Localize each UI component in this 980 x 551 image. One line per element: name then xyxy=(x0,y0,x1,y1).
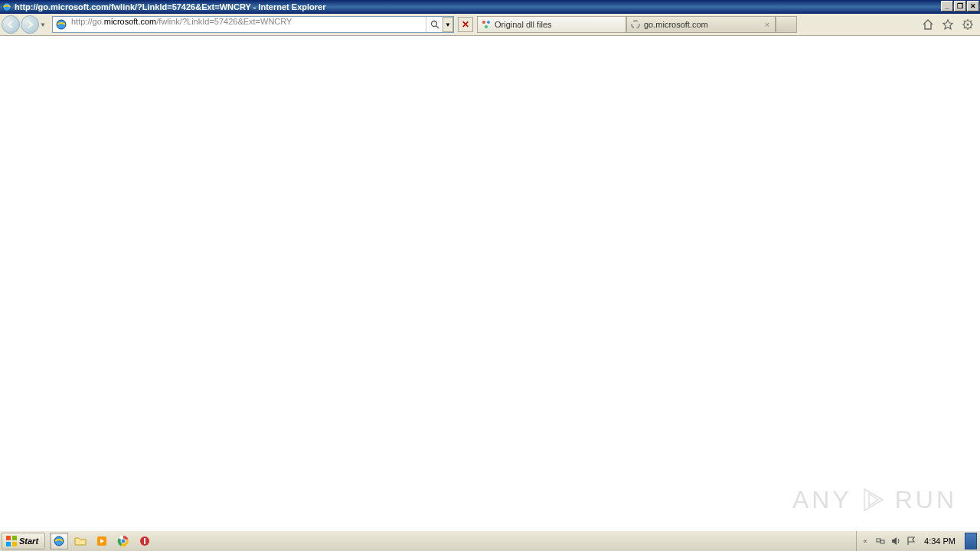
nav-buttons: ▼ xyxy=(2,15,47,34)
maximize-button[interactable]: ❐ xyxy=(954,1,966,11)
close-button[interactable]: ✕ xyxy=(967,1,979,11)
folder-icon xyxy=(74,535,87,547)
svg-rect-20 xyxy=(877,539,880,542)
svg-point-17 xyxy=(121,539,126,543)
svg-point-9 xyxy=(967,24,969,26)
svg-point-2 xyxy=(431,21,436,27)
back-button[interactable] xyxy=(2,15,20,34)
svg-point-5 xyxy=(487,21,490,24)
tabs: Original dll files go.microsoft.com × xyxy=(477,16,797,33)
home-icon[interactable] xyxy=(922,18,934,31)
tab-original-dll[interactable]: Original dll files xyxy=(477,16,626,33)
systray-flag-icon[interactable] xyxy=(906,536,916,546)
taskbar-app-red[interactable] xyxy=(136,533,154,549)
svg-line-3 xyxy=(436,26,439,28)
tools-icon[interactable] xyxy=(962,18,974,31)
taskbar-explorer[interactable] xyxy=(71,533,90,549)
media-icon xyxy=(96,535,108,547)
taskbar-chrome[interactable] xyxy=(114,533,132,549)
ie-icon xyxy=(53,535,65,547)
clock[interactable]: 4:34 PM xyxy=(921,536,959,546)
windows-logo-icon xyxy=(5,535,18,547)
nav-history-dropdown[interactable]: ▼ xyxy=(40,21,47,28)
svg-point-7 xyxy=(632,21,639,28)
window-title: http://go.microsoft.com/fwlink/?LinkId=5… xyxy=(15,2,941,11)
new-tab-button[interactable] xyxy=(776,16,797,33)
svg-rect-19 xyxy=(144,538,145,544)
address-bar[interactable]: http://go.microsoft.com/fwlink/?LinkId=5… xyxy=(52,16,454,33)
page-content: ANY RUN xyxy=(0,36,980,530)
address-dropdown[interactable]: ▼ xyxy=(443,17,453,32)
start-label: Start xyxy=(19,536,38,546)
svg-point-6 xyxy=(485,25,488,28)
search-button[interactable] xyxy=(426,17,443,32)
ie-page-icon xyxy=(55,18,67,31)
show-desktop-button[interactable] xyxy=(965,533,977,549)
address-input[interactable]: http://go.microsoft.com/fwlink/?LinkId=5… xyxy=(70,17,426,32)
stop-button[interactable]: ✕ xyxy=(458,17,473,32)
minimize-button[interactable]: _ xyxy=(941,1,953,11)
tab-label: go.microsoft.com xyxy=(644,20,760,29)
svg-rect-11 xyxy=(12,536,17,540)
taskbar-media[interactable] xyxy=(93,533,111,549)
svg-rect-21 xyxy=(880,540,884,543)
svg-point-4 xyxy=(482,21,485,24)
systray-volume-icon[interactable] xyxy=(890,536,901,546)
toolbar: ▼ http://go.microsoft.com/fwlink/?LinkId… xyxy=(0,14,980,36)
svg-rect-13 xyxy=(12,542,17,546)
tab-close-button[interactable]: × xyxy=(763,20,772,29)
watermark-right: RUN xyxy=(895,486,957,514)
loading-icon xyxy=(630,19,641,30)
watermark: ANY RUN xyxy=(792,484,957,515)
titlebar: http://go.microsoft.com/fwlink/?LinkId=5… xyxy=(0,0,980,14)
toolbar-right xyxy=(922,18,978,31)
favorites-icon[interactable] xyxy=(942,18,954,31)
start-button[interactable]: Start xyxy=(2,533,45,549)
chrome-icon xyxy=(117,535,129,547)
red-circle-icon xyxy=(139,535,151,547)
watermark-left: ANY xyxy=(792,486,852,514)
systray: « 4:34 PM xyxy=(856,531,980,551)
play-icon xyxy=(858,484,889,515)
window-controls: _ ❐ ✕ xyxy=(941,0,980,14)
systray-network-icon[interactable] xyxy=(875,536,886,546)
svg-rect-10 xyxy=(6,536,11,540)
svg-rect-12 xyxy=(6,542,11,546)
tab-go-microsoft[interactable]: go.microsoft.com × xyxy=(626,16,776,33)
taskbar-apps xyxy=(50,533,154,549)
taskbar: Start « 4:34 PM xyxy=(0,530,980,551)
forward-button[interactable] xyxy=(21,15,39,34)
tab-label: Original dll files xyxy=(495,20,622,29)
systray-expand[interactable]: « xyxy=(860,536,871,546)
ie-icon xyxy=(2,2,12,12)
favicon-icon xyxy=(481,19,492,30)
taskbar-ie[interactable] xyxy=(50,533,68,549)
